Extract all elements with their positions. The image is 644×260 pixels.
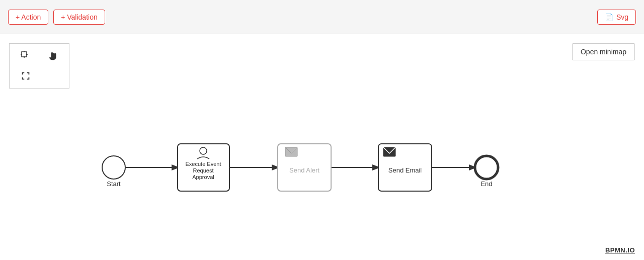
svg-point-22 — [475, 156, 498, 179]
svg-text:Start: Start — [107, 180, 121, 188]
svg-text:Send Alert: Send Alert — [289, 166, 319, 174]
action-button[interactable]: + Action — [8, 10, 48, 25]
file-icon: 📄 — [605, 13, 613, 21]
validation-button[interactable]: + Validation — [53, 10, 105, 25]
toolbar-left: + Action + Validation — [8, 10, 105, 25]
svg-rect-17 — [285, 147, 297, 156]
bpmn-io-watermark: BPMN.IO — [605, 246, 635, 254]
svg-export-button[interactable]: 📄 Svg — [597, 10, 636, 25]
svg-text:Request: Request — [193, 167, 214, 174]
svg-text:End: End — [480, 180, 492, 188]
toolbar-right: 📄 Svg — [597, 10, 636, 25]
bpmn-canvas-area: Open minimap Start Execute Event Request… — [0, 34, 644, 260]
svg-text:Approval: Approval — [192, 174, 214, 180]
svg-text:Execute Event: Execute Event — [186, 161, 221, 167]
bpmn-diagram: Start Execute Event Request Approval Sen… — [0, 34, 644, 260]
svg-point-9 — [102, 156, 125, 179]
svg-text:Send Email: Send Email — [388, 166, 422, 174]
toolbar: + Action + Validation 📄 Svg — [0, 0, 644, 34]
